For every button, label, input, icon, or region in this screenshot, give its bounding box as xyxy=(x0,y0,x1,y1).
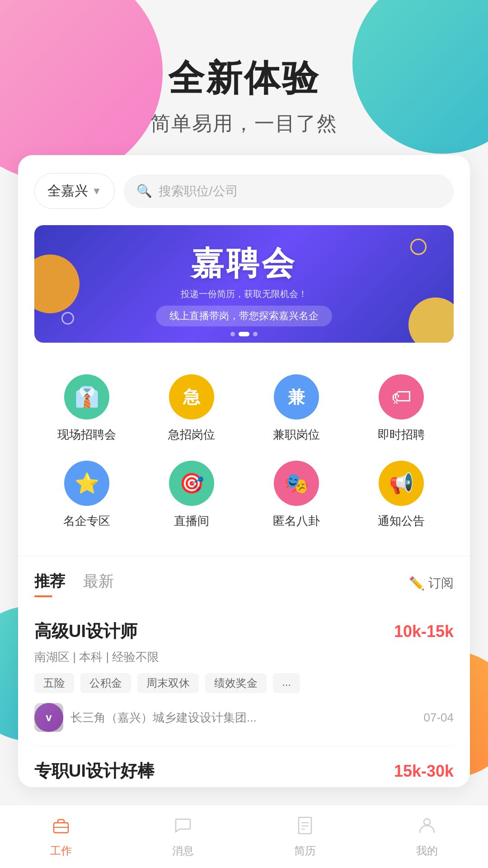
icon-item-parttime[interactable]: 兼 兼职岗位 xyxy=(244,365,349,452)
icon-grid: 👔 现场招聘会 急 急招岗位 兼 兼职岗位 🏷 即时招聘 ⭐ 名企专区 🎯 直播… xyxy=(34,365,454,538)
tabs-section: 推荐 最新 ✏️ 订阅 高级UI设计师 10k-15k 南湖区 | 本科 | 经… xyxy=(34,557,454,787)
company-avatar-1: v xyxy=(34,703,63,732)
banner-subtitle: 投递一份简历，获取无限机会！ xyxy=(156,288,332,300)
icon-label-notice: 通知公告 xyxy=(378,513,425,529)
search-box[interactable]: 🔍 搜索职位/公司 xyxy=(124,175,454,208)
job-salary-1: 10k-15k xyxy=(394,622,454,641)
nav-label-message: 消息 xyxy=(172,844,194,858)
job-tags-1: 五险 公积金 周末双休 绩效奖金 ... xyxy=(34,673,454,693)
tab-latest[interactable]: 最新 xyxy=(83,571,114,595)
hero-title: 全新体验 xyxy=(0,54,488,103)
icon-live: 🎯 xyxy=(169,461,214,506)
job-card-2[interactable]: 专职UI设计好棒 15k-30k xyxy=(34,746,454,787)
job-title-1: 高级UI设计师 xyxy=(34,620,137,643)
icon-item-instant[interactable]: 🏷 即时招聘 xyxy=(349,365,454,452)
search-icon: 🔍 xyxy=(136,184,152,198)
tag-jixiao: 绩效奖金 xyxy=(205,673,267,693)
nav-label-work: 工作 xyxy=(50,844,72,858)
hero-subtitle: 简单易用，一目了然 xyxy=(0,110,488,137)
company-avatar-inner: v xyxy=(34,703,63,732)
search-placeholder: 搜索职位/公司 xyxy=(159,183,238,200)
nav-label-resume: 简历 xyxy=(294,844,316,858)
chevron-down-icon: ▼ xyxy=(92,185,102,197)
icon-notice: 📢 xyxy=(379,461,424,506)
search-row: 全嘉兴 ▼ 🔍 搜索职位/公司 xyxy=(34,173,454,209)
icon-item-elite[interactable]: ⭐ 名企专区 xyxy=(34,452,139,538)
banner-title: 嘉聘会 xyxy=(156,242,332,285)
tag-wuxian: 五险 xyxy=(34,673,74,693)
icon-label-urgent: 急招岗位 xyxy=(168,427,215,443)
banner-decor-orange xyxy=(34,255,80,313)
icon-label-gossip: 匿名八卦 xyxy=(273,513,320,529)
subscribe-button[interactable]: ✏️ 订阅 xyxy=(409,575,454,592)
icon-urgent: 急 xyxy=(169,374,214,420)
company-row-1: v 长三角（嘉兴）城乡建设设计集团... 07-04 xyxy=(34,703,454,732)
banner-dot-1 xyxy=(230,332,235,336)
svg-point-6 xyxy=(424,819,430,825)
icon-gossip: 🎭 xyxy=(274,461,319,506)
tag-gongjijin: 公积金 xyxy=(80,673,131,693)
icon-item-gossip[interactable]: 🎭 匿名八卦 xyxy=(244,452,349,538)
job-title-row-1: 高级UI设计师 10k-15k xyxy=(34,620,454,643)
banner-dot-2 xyxy=(239,332,249,336)
banner-bottom-text: 线上直播带岗，带您探索嘉兴名企 xyxy=(156,306,332,326)
document-icon xyxy=(295,816,315,840)
tabs-row: 推荐 最新 ✏️ 订阅 xyxy=(34,571,454,595)
person-icon xyxy=(417,816,437,840)
job-salary-2: 15k-30k xyxy=(394,762,454,781)
location-text: 全嘉兴 xyxy=(47,182,88,200)
icon-item-notice[interactable]: 📢 通知公告 xyxy=(349,452,454,538)
tag-more: ... xyxy=(273,673,300,693)
icon-item-urgent[interactable]: 急 急招岗位 xyxy=(139,365,244,452)
job-title-2: 专职UI设计好棒 xyxy=(34,760,155,783)
icon-label-instant: 即时招聘 xyxy=(378,427,425,443)
edit-icon: ✏️ xyxy=(409,576,425,591)
tab-recommend[interactable]: 推荐 xyxy=(34,571,65,595)
banner-dots xyxy=(230,332,258,336)
icon-instant: 🏷 xyxy=(379,374,424,420)
subscribe-label: 订阅 xyxy=(428,575,454,592)
main-card: 全嘉兴 ▼ 🔍 搜索职位/公司 嘉聘会 投递一份简历，获取无限机会！ 线上直播带… xyxy=(18,155,470,787)
icon-elite: ⭐ xyxy=(64,461,109,506)
job-card-1[interactable]: 高级UI设计师 10k-15k 南湖区 | 本科 | 经验不限 五险 公积金 周… xyxy=(34,606,454,746)
banner-dot-3 xyxy=(253,332,258,336)
nav-label-mine: 我的 xyxy=(416,844,438,858)
banner-decor-yellow xyxy=(408,297,454,343)
job-meta-1: 南湖区 | 本科 | 经验不限 xyxy=(34,649,454,665)
job-fair-banner[interactable]: 嘉聘会 投递一份简历，获取无限机会！ 线上直播带岗，带您探索嘉兴名企 xyxy=(34,225,454,343)
icon-label-parttime: 兼职岗位 xyxy=(273,427,320,443)
bottom-nav: 工作 消息 简历 我的 xyxy=(0,805,488,868)
icon-label-job-fair: 现场招聘会 xyxy=(57,427,116,443)
banner-decor-outline xyxy=(410,239,427,255)
icon-label-live: 直播间 xyxy=(174,513,209,529)
icon-job-fair: 👔 xyxy=(64,374,109,420)
icon-label-elite: 名企专区 xyxy=(63,513,110,529)
banner-decor-outline2 xyxy=(61,312,74,325)
nav-item-work[interactable]: 工作 xyxy=(29,816,93,858)
banner-content: 嘉聘会 投递一份简历，获取无限机会！ 线上直播带岗，带您探索嘉兴名企 xyxy=(156,242,332,326)
briefcase-icon xyxy=(51,816,71,840)
icon-item-live[interactable]: 🎯 直播间 xyxy=(139,452,244,538)
hero-section: 全新体验 简单易用，一目了然 xyxy=(0,0,488,155)
job-title-row-2: 专职UI设计好棒 15k-30k xyxy=(34,760,454,783)
tag-zhoumo: 周末双休 xyxy=(137,673,199,693)
icon-parttime: 兼 xyxy=(274,374,319,420)
company-name-1: 长三角（嘉兴）城乡建设设计集团... xyxy=(70,710,417,726)
icon-item-job-fair[interactable]: 👔 现场招聘会 xyxy=(34,365,139,452)
chat-icon xyxy=(173,816,193,840)
location-button[interactable]: 全嘉兴 ▼ xyxy=(34,173,115,209)
nav-item-message[interactable]: 消息 xyxy=(151,816,215,858)
nav-item-mine[interactable]: 我的 xyxy=(395,816,459,858)
nav-item-resume[interactable]: 简历 xyxy=(273,816,337,858)
company-date-1: 07-04 xyxy=(424,711,454,725)
